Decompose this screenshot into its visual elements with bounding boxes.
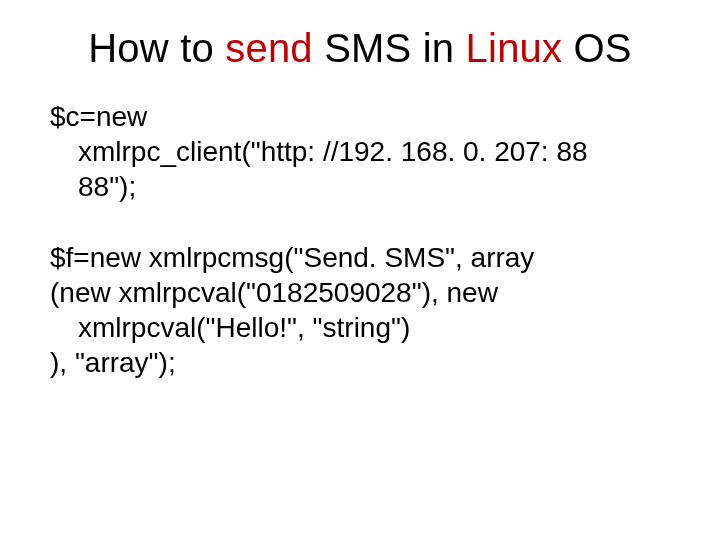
code-block-1: $c=new xmlrpc_client("http: //192. 168. … (50, 99, 670, 204)
code-line: (new xmlrpcval("0182509028"), new (50, 275, 670, 310)
title-part-1: How to (88, 26, 225, 70)
slide-title: How to send SMS in Linux OS (50, 26, 670, 71)
code-line: $c=new (50, 99, 670, 134)
code-line: ), "array"); (50, 345, 670, 380)
code-line: xmlrpcval("Hello!", "string") (50, 310, 670, 345)
code-line: xmlrpc_client("http: //192. 168. 0. 207:… (50, 134, 670, 169)
slide: How to send SMS in Linux OS $c=new xmlrp… (0, 0, 720, 540)
title-part-3: SMS in (313, 26, 466, 70)
title-part-4-red: Linux (466, 26, 563, 70)
code-line: 88"); (50, 169, 670, 204)
code-block-2: $f=new xmlrpcmsg("Send. SMS", array (new… (50, 240, 670, 380)
title-part-2-red: send (225, 26, 313, 70)
title-part-5: OS (562, 26, 632, 70)
code-line: $f=new xmlrpcmsg("Send. SMS", array (50, 240, 670, 275)
